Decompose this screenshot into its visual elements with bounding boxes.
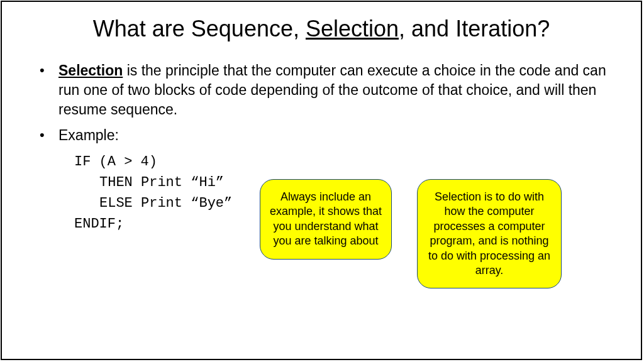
title-pre: What are Sequence, bbox=[93, 16, 306, 41]
title-post: , and Iteration? bbox=[399, 16, 550, 41]
definition-text: is the principle that the computer can e… bbox=[58, 62, 606, 118]
bullet-example: Example: bbox=[33, 126, 609, 145]
title-underlined: Selection bbox=[306, 16, 399, 41]
example-label: Example: bbox=[58, 127, 119, 143]
term-selection: Selection bbox=[58, 62, 123, 79]
code-line-1: IF (A > 4) bbox=[74, 151, 609, 172]
slide-frame: What are Sequence, Selection, and Iterat… bbox=[1, 1, 642, 360]
slide-title: What are Sequence, Selection, and Iterat… bbox=[33, 16, 609, 42]
callout-example-tip: Always include an example, it shows that… bbox=[260, 179, 392, 260]
callout-selection-note: Selection is to do with how the computer… bbox=[417, 179, 562, 288]
bullet-definition: Selection is the principle that the comp… bbox=[33, 61, 609, 119]
bullet-list: Selection is the principle that the comp… bbox=[33, 61, 609, 145]
